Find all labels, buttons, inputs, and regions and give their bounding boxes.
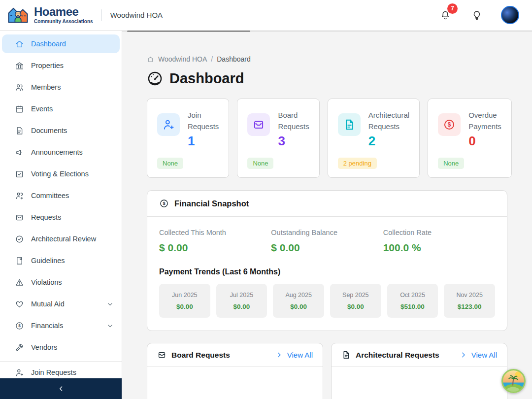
org-name: Woodwind HOA [110,11,163,19]
sidebar-item-committees[interactable]: Committees [0,185,122,206]
sidebar-item-label: Violations [31,278,62,286]
payment-trends-title: Payment Trends (Last 6 Months) [159,267,495,276]
person-plus-icon [157,113,180,136]
sidebar-item-vendors[interactable]: Vendors [0,336,122,358]
sidebar-item-label: Join Requests [31,368,76,376]
sidebar-item-violations[interactable]: Violations [0,271,122,293]
sidebar-item-label: Voting & Elections [31,170,89,178]
sidebar-item-guidelines[interactable]: Guidelines [0,250,122,271]
svg-text:$: $ [448,121,451,128]
chevron-down-icon [106,322,114,330]
sidebar-item-mutual-aid[interactable]: Mutual Aid [0,293,122,315]
file-text-icon [341,350,351,360]
people-icon [15,83,24,92]
sidebar-item-requests[interactable]: Requests [0,206,122,228]
sidebar-item-dashboard[interactable]: Dashboard [2,34,120,53]
bottom-panels: Board Requests View All Architectural Re… [147,343,507,399]
metric-value: $ 0.00 [159,242,271,254]
header-divider [101,9,102,21]
brand-text: Hoamee Community Associations [34,6,93,24]
brand-tagline: Community Associations [34,19,93,24]
stat-card-count: 3 [278,133,309,149]
board-requests-view-all[interactable]: View All [275,351,313,359]
file-text-icon [338,113,361,136]
stat-card-architectural-requests[interactable]: Architectural Requests 2 2 pending [328,99,420,178]
gauge-icon [147,70,163,87]
trend-amount: $0.00 [162,303,207,310]
breadcrumb-current: Dashboard [217,55,251,63]
sidebar-item-financials[interactable]: $ Financials [0,315,122,336]
sidebar-item-members[interactable]: Members [0,76,122,98]
status-badge: None [247,158,273,169]
stat-card-join-requests[interactable]: Join Requests 1 None [147,99,229,178]
app-header: Hoamee Community Associations Woodwind H… [0,0,532,31]
warning-icon [15,278,24,287]
trend-tile: Sep 2025 $0.00 [330,284,381,318]
brand-name: Hoamee [34,6,93,18]
dollar-circle-icon: $ [159,199,169,208]
inbox-icon [15,213,24,222]
dollar-circle-icon: $ [438,113,461,136]
trend-month: Nov 2025 [447,292,492,299]
stat-card-label: Overdue Payments [468,110,501,132]
sidebar-item-label: Dashboard [31,40,66,48]
metric-outstanding: Outstanding Balance $ 0.00 [271,229,383,254]
metric-label: Outstanding Balance [271,229,383,236]
bank-icon [15,61,24,70]
sidebar-item-label: Mutual Aid [31,300,65,308]
sidebar-item-events[interactable]: Events [0,98,122,120]
chevron-left-icon [57,385,65,393]
page-title: Dashboard [169,70,244,87]
stat-card-count: 1 [188,133,219,149]
dollar-circle-icon: $ [15,321,24,331]
header-actions: 7 [438,6,522,24]
architectural-requests-view-all[interactable]: View All [460,351,497,359]
architectural-requests-title: Architectural Requests [356,351,439,360]
person-plus-icon [15,368,24,377]
horizontal-scrollbar-thumb[interactable] [127,31,250,32]
notifications-button[interactable]: 7 [438,8,453,23]
sidebar-item-documents[interactable]: Documents [0,120,122,141]
island-widget-button[interactable] [501,369,526,393]
sidebar-item-label: Guidelines [31,257,65,265]
people-plus-icon [15,191,24,200]
svg-text:$: $ [163,201,165,206]
metric-value: 100.0 % [383,242,495,254]
breadcrumb: Woodwind HOA / Dashboard [147,55,507,63]
status-badge: None [438,158,464,169]
hoamee-logo[interactable]: Hoamee Community Associations [7,4,93,26]
metric-collected: Collected This Month $ 0.00 [159,229,271,254]
metric-label: Collected This Month [159,229,271,236]
breadcrumb-root[interactable]: Woodwind HOA [158,55,207,63]
trend-tile: Aug 2025 $0.00 [273,284,324,318]
trend-month: Oct 2025 [390,292,435,299]
wrench-icon [15,343,24,352]
sidebar-collapse-button[interactable] [0,378,122,399]
stat-card-overdue-payments[interactable]: $ Overdue Payments 0 None [428,99,512,178]
sidebar-item-label: Properties [31,62,64,69]
stat-cards: Join Requests 1 None Board Requests 3 N [147,99,507,178]
chevron-down-icon [106,300,114,308]
stat-card-board-requests[interactable]: Board Requests 3 None [237,99,319,178]
sidebar-item-voting-elections[interactable]: Voting & Elections [0,163,122,185]
user-avatar[interactable] [501,6,519,24]
trend-tile: Oct 2025 $510.00 [387,284,438,318]
chevron-right-icon [275,351,283,359]
architectural-requests-panel: Architectural Requests View All [331,343,507,399]
stat-card-count: 2 [368,133,409,149]
sidebar-item-properties[interactable]: Properties [0,55,122,76]
svg-text:$: $ [18,323,21,328]
financial-snapshot-title: Financial Snapshot [174,199,249,208]
lightbulb-icon [471,10,482,21]
status-badge: None [157,158,183,169]
heart-icon [15,299,24,309]
sidebar-item-announcements[interactable]: Announcements [0,141,122,163]
sidebar-item-label: Announcements [31,148,83,156]
sidebar-item-architectural-review[interactable]: Architectural Review [0,228,122,250]
page-title-row: Dashboard [147,70,507,87]
board-requests-panel: Board Requests View All [147,343,323,399]
board-requests-title: Board Requests [171,351,230,360]
tips-button[interactable] [469,8,484,23]
metric-value: $ 0.00 [271,242,383,254]
inbox-icon [157,350,166,360]
